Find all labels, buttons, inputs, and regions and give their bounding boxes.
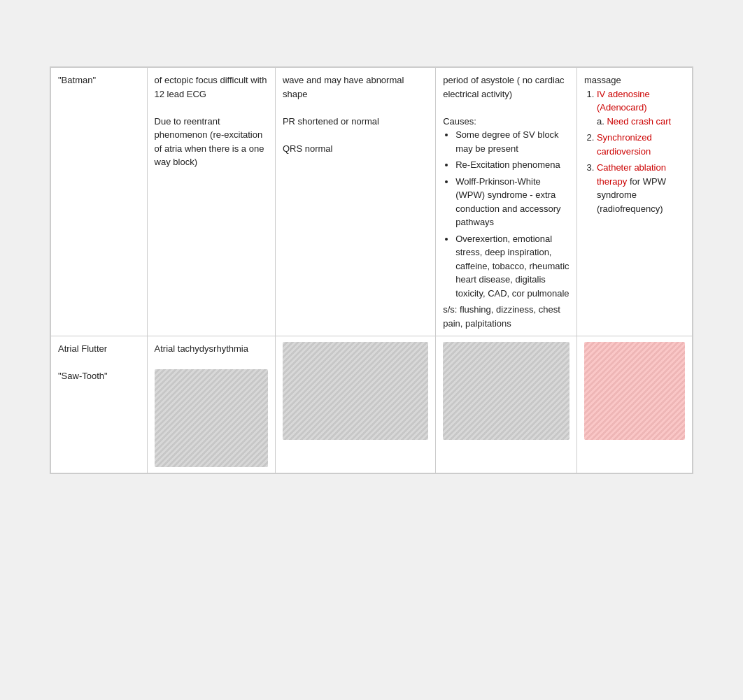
flutter-causes-blurred: [443, 342, 569, 440]
wpw-desc-cell: of ectopic focus difficult with 12 lead …: [147, 68, 275, 336]
flutter-nickname: "Saw-Tooth": [58, 369, 140, 383]
treatment-massage: massage: [584, 73, 685, 87]
causes-item-3: Wolff-Prkinson-White (WPW) syndrome - ex…: [455, 175, 569, 229]
causes-item-2: Re-Excitation phenomena: [455, 158, 569, 172]
flutter-row: Atrial Flutter "Saw-Tooth" Atrial tachyd…: [51, 336, 693, 473]
flutter-treatment-blurred: [584, 342, 685, 440]
treatment-item-3: Synchronized cardioversion: [597, 131, 685, 158]
wpw-period: period of asystole ( no cardiac electric…: [443, 73, 569, 101]
treatment-adenosine: IV adenosine (Adenocard): [597, 89, 650, 113]
wpw-ecg-cell: wave and may have abnormal shape PR shor…: [275, 68, 435, 336]
wpw-ecg-line3: QRS normal: [283, 142, 428, 156]
wpw-causes-list: Some degree of SV block may be present R…: [443, 128, 569, 300]
treatment-crash-cart: Need crash cart: [607, 116, 671, 127]
wpw-name-cell: "Batman": [51, 68, 148, 336]
flutter-causes-cell: [436, 336, 577, 473]
wpw-desc-line2: Due to reentrant phenomenon (re-excitati…: [155, 115, 268, 169]
wpw-row: "Batman" of ectopic focus difficult with…: [51, 68, 693, 336]
flutter-name: Atrial Flutter: [58, 342, 140, 356]
treatment-cardioversion: Synchronized cardioversion: [597, 132, 652, 157]
treatment-item-2: IV adenosine (Adenocard) a. Need crash c…: [597, 87, 685, 129]
wpw-causes-label: Causes:: [443, 115, 569, 129]
causes-item-1: Some degree of SV block may be present: [455, 128, 569, 155]
medical-table: "Batman" of ectopic focus difficult with…: [50, 67, 693, 473]
wpw-nickname: "Batman": [58, 75, 96, 85]
wpw-desc-line1: of ectopic focus difficult with 12 lead …: [155, 73, 268, 101]
wpw-causes-cell: period of asystole ( no cardiac electric…: [436, 68, 577, 336]
page-container: "Batman" of ectopic focus difficult with…: [50, 66, 693, 474]
flutter-name-cell: Atrial Flutter "Saw-Tooth": [51, 336, 148, 473]
treatment-list: IV adenosine (Adenocard) a. Need crash c…: [584, 87, 685, 216]
flutter-treatment-cell: [576, 336, 692, 473]
wpw-ecg-line2: PR shortened or normal: [283, 115, 428, 129]
treatment-crash-prefix: a.: [597, 116, 604, 127]
treatment-item-4: Catheter ablation therapy for WPW syndro…: [597, 161, 685, 215]
causes-item-4: Overexertion, emotional stress, deep ins…: [455, 232, 569, 301]
flutter-desc-cell: Atrial tachydysrhythmia: [147, 336, 275, 473]
wpw-treatment-cell: massage IV adenosine (Adenocard) a. Need…: [576, 68, 692, 336]
flutter-ecg-blurred: [283, 342, 428, 440]
flutter-ecg-cell: [275, 336, 435, 473]
flutter-desc: Atrial tachydysrhythmia: [155, 342, 268, 356]
wpw-ecg-line1: wave and may have abnormal shape: [283, 73, 428, 101]
wpw-ss: s/s: flushing, dizziness, chest pain, pa…: [443, 303, 569, 330]
flutter-desc-blurred: [155, 369, 268, 467]
